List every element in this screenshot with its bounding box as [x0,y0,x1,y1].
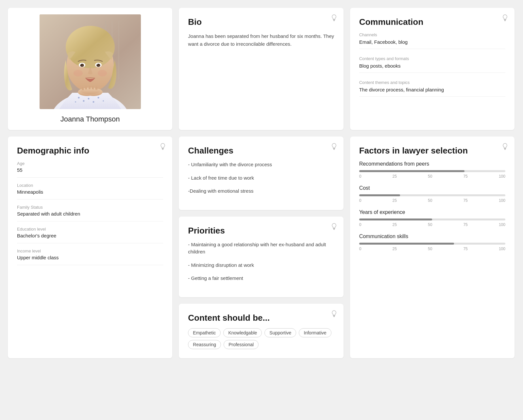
bar-section-3: Communication skills0255075100 [359,234,505,251]
svg-rect-33 [504,21,506,21]
lightbulb-icon-challenges [331,143,337,152]
bar-tick-label: 0 [359,198,362,203]
bar-track-2 [359,218,505,220]
bio-text: Joanna has been separated from her husba… [188,32,334,48]
bar-tick-label: 50 [428,222,432,227]
tag-item: Professional [224,340,259,349]
tags-container: EmpatheticKnowledgableSupportiveInformat… [188,328,334,349]
comm-themes-section: Content themes and topics The divorce pr… [359,80,505,97]
profile-name: Joanna Thompson [60,115,120,123]
svg-point-8 [93,101,94,103]
demo-education-section: Education level Bachelor's degree [17,227,163,243]
comm-themes-label: Content themes and topics [359,80,505,85]
svg-point-5 [78,97,79,99]
svg-rect-41 [333,229,335,229]
svg-rect-32 [504,20,506,21]
lawyer-title: Factors in lawyer selection [359,146,505,156]
content-title: Content should be... [188,313,334,323]
bar-tick-label: 25 [392,198,396,203]
bar-fill-1 [359,194,400,196]
bar-ticks-0: 0255075100 [359,174,505,179]
bar-section-2: Years of experience0255075100 [359,209,505,227]
challenge-item-2: - Lack of free time due to work [188,174,334,182]
demo-education-label: Education level [17,227,163,232]
svg-point-24 [98,70,107,76]
bar-fill-2 [359,218,432,220]
comm-channels-value: Email, Facebook, blog [359,39,505,49]
demo-title: Demographic info [17,146,163,156]
demo-age-section: Age 55 [17,161,163,178]
bar-tick-label: 75 [463,174,467,179]
lawyer-bars-container: Recommendations from peers0255075100Cost… [359,161,505,251]
svg-rect-46 [504,148,506,149]
demo-location-section: Location Minneapolis [17,183,163,200]
challenge-item-3: -Dealing with emotional stress [188,187,334,195]
lightbulb-icon-lawyer [502,143,508,152]
svg-point-22 [97,64,98,65]
svg-rect-36 [162,149,163,150]
bar-tick-label: 25 [392,222,396,227]
svg-rect-37 [333,148,335,149]
lawyer-selection-card: Factors in lawyer selection Recommendati… [350,137,515,358]
tag-item: Knowledgable [223,328,262,337]
bar-label-2: Years of experience [359,209,505,215]
bar-tick-label: 0 [359,222,362,227]
svg-rect-48 [504,149,506,150]
bio-title: Bio [188,17,334,27]
svg-point-7 [88,98,89,100]
bar-track-1 [359,194,505,196]
priority-item-2: - Minimizing disruption at work [188,262,334,269]
svg-rect-30 [333,21,335,21]
lightbulb-icon-content [331,310,337,319]
svg-rect-40 [333,228,335,229]
svg-point-11 [103,100,104,102]
lightbulb-icon-comm [502,14,508,23]
communication-card: Communication Channels Email, Facebook, … [350,8,515,130]
svg-point-14 [66,26,115,68]
svg-point-10 [75,101,76,103]
bar-ticks-2: 0255075100 [359,222,505,227]
bar-tick-label: 50 [428,174,432,179]
svg-rect-34 [162,148,164,149]
bar-section-0: Recommendations from peers0255075100 [359,161,505,179]
tag-item: Supportive [264,328,296,337]
bar-tick-label: 75 [463,222,467,227]
bar-tick-label: 75 [463,198,467,203]
comm-themes-value: The divorce process, financial planning [359,87,505,97]
comm-channels-label: Channels [359,32,505,37]
svg-point-18 [96,64,100,67]
priority-item-1: - Maintaining a good relationship with h… [188,241,334,256]
main-grid: Joanna Thompson Bio Joanna has been sepa… [8,8,515,358]
bar-tick-label: 25 [392,247,396,251]
svg-rect-45 [333,316,335,317]
svg-rect-43 [333,315,335,316]
demo-income-value: Upper middle class [17,255,163,265]
tag-item: Informative [299,328,331,337]
bar-label-3: Communication skills [359,234,505,239]
demo-family-section: Family Status Separated with adult child… [17,205,163,221]
demo-education-value: Bachelor's degree [17,233,163,243]
comm-content-types-section: Content types and formats Blog posts, eb… [359,56,505,73]
profile-card: Joanna Thompson [8,8,172,130]
bar-label-1: Cost [359,185,505,191]
bar-ticks-3: 0255075100 [359,247,505,251]
bar-tick-label: 100 [499,247,505,251]
tag-item: Empathetic [188,328,221,337]
bar-tick-label: 75 [463,247,467,251]
bar-fill-3 [359,243,454,245]
bar-tick-label: 100 [499,198,505,203]
content-card: Content should be... EmpatheticKnowledga… [179,304,343,358]
demo-location-label: Location [17,183,163,188]
svg-rect-38 [333,149,335,149]
bar-track-0 [359,170,505,172]
demo-age-label: Age [17,161,163,166]
svg-rect-3 [118,21,119,80]
svg-rect-39 [333,149,335,150]
demo-location-value: Minneapolis [17,189,163,200]
bar-tick-label: 100 [499,174,505,179]
svg-rect-47 [504,149,506,149]
middle-column: Challenges - Unfamiliarity with the divo… [179,137,343,358]
svg-rect-28 [333,19,335,20]
comm-content-types-label: Content types and formats [359,56,505,61]
demo-age-value: 55 [17,167,163,178]
